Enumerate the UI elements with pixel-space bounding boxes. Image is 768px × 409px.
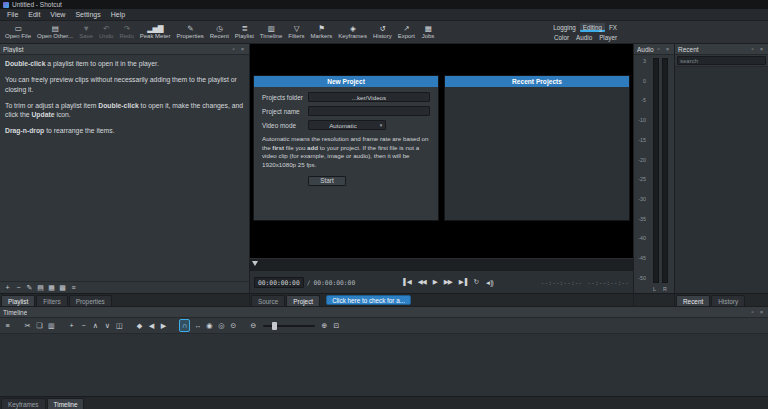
prev-marker-button[interactable]: ◀ — [147, 319, 156, 332]
selected-duration-field[interactable]: --:--:--:-- — [587, 279, 629, 286]
filters-button[interactable]: ▽ Filters — [285, 22, 307, 43]
start-button[interactable]: Start — [308, 176, 346, 186]
zoom-out-button[interactable]: ⊖ — [249, 319, 258, 332]
loop-button[interactable]: ↻ — [473, 278, 477, 286]
volume-button[interactable]: ◄)) — [485, 279, 493, 286]
tab-filters[interactable]: Filters — [36, 295, 67, 306]
timeline-close-icon[interactable]: × — [758, 308, 765, 316]
recent-button[interactable]: ◷ Recent — [207, 22, 232, 43]
split-button[interactable]: ◫ — [115, 319, 124, 332]
tab-timeline[interactable]: Timeline — [47, 398, 85, 409]
meter-scale: 3 0 -5 -10 -15 -20 -25 -30 -35 -40 -45 -… — [635, 57, 648, 293]
cut-button[interactable]: ✂ — [23, 319, 32, 332]
tab-playlist[interactable]: Playlist — [1, 295, 35, 306]
video-mode-label: Video mode — [262, 122, 308, 129]
scale-tick: -35 — [638, 216, 646, 222]
view-details-button[interactable]: ▤ — [36, 283, 45, 293]
ripple-toggle[interactable]: ◉ — [205, 319, 214, 332]
play-backwards-button[interactable]: ◀◀ — [418, 278, 426, 286]
zoom-fit-button[interactable]: ⊡ — [332, 319, 341, 332]
layout-fx-button[interactable]: FX — [606, 23, 620, 32]
timeline-button[interactable]: ▥ Timeline — [257, 22, 285, 43]
markers-label: Markers — [311, 33, 333, 40]
copy-button[interactable]: ❏ — [35, 319, 44, 332]
properties-button[interactable]: ✎ Properties — [173, 22, 206, 43]
playhead-marker[interactable] — [252, 261, 258, 266]
undo-button[interactable]: ↶ Undo — [96, 22, 116, 43]
audio-float-icon[interactable]: ▫ — [655, 45, 662, 53]
scrub-while-dragging-toggle[interactable]: ↔ — [193, 319, 202, 332]
append-button[interactable]: + — [67, 319, 76, 332]
timeline-tracks-area[interactable] — [0, 334, 768, 396]
check-upgrade-button[interactable]: Click here to check for a... — [326, 295, 411, 305]
export-button[interactable]: ↗ Export — [395, 22, 418, 43]
view-tiles-button[interactable]: ▦ — [47, 283, 56, 293]
tab-properties[interactable]: Properties — [69, 295, 112, 306]
paste-button[interactable]: ▥ — [47, 319, 56, 332]
menu-file[interactable]: File — [2, 10, 23, 19]
zoom-in-button[interactable]: ⊕ — [320, 319, 329, 332]
playlist-update-button[interactable]: ✎ — [25, 283, 34, 293]
marker-button[interactable]: ◆ — [135, 319, 144, 332]
layout-color-button[interactable]: Color — [551, 33, 572, 42]
history-button[interactable]: ↺ History — [370, 22, 395, 43]
jobs-button[interactable]: ▦ Jobs — [418, 22, 438, 43]
layout-editing-button[interactable]: Editing — [580, 23, 605, 32]
markers-button[interactable]: ⚑ Markers — [308, 22, 336, 43]
audio-close-icon[interactable]: × — [664, 45, 671, 53]
tab-project[interactable]: Project — [286, 295, 320, 306]
lift-button[interactable]: ∧ — [91, 319, 100, 332]
tab-source[interactable]: Source — [251, 295, 285, 306]
video-mode-select[interactable]: Automatic ▼ — [308, 120, 386, 130]
timeline-menu-button[interactable]: ≡ — [3, 319, 12, 332]
ripple-delete-button[interactable]: − — [79, 319, 88, 332]
layout-logging-button[interactable]: Logging — [550, 23, 578, 32]
layout-audio-button[interactable]: Audio — [573, 33, 595, 42]
redo-button[interactable]: ↷ Redo — [116, 22, 136, 43]
recent-search-input[interactable] — [677, 56, 766, 65]
play-forwards-button[interactable]: ▶▶ — [444, 278, 452, 286]
open-file-button[interactable]: ▭ Open File — [2, 22, 34, 43]
timecode-separator: / — [307, 279, 311, 286]
tab-history[interactable]: History — [711, 295, 745, 306]
tab-keyframes[interactable]: Keyframes — [1, 398, 46, 409]
recent-projects-list[interactable] — [445, 87, 629, 220]
layout-player-button[interactable]: Player — [596, 33, 620, 42]
keyframes-button[interactable]: ◈ Keyframes — [335, 22, 370, 43]
playlist-menu-button[interactable]: ≡ — [69, 283, 78, 293]
ripple-markers-toggle[interactable]: ⊙ — [229, 319, 238, 332]
projects-folder-button[interactable]: ...ker/Videos — [308, 92, 430, 102]
menu-view[interactable]: View — [45, 10, 70, 19]
ripple-all-tracks-toggle[interactable]: ◎ — [217, 319, 226, 332]
timeline-float-icon[interactable]: ▫ — [749, 308, 756, 316]
filters-icon: ▽ — [294, 24, 299, 33]
save-button[interactable]: ▼ Save — [76, 22, 96, 43]
recent-float-icon[interactable]: ▫ — [749, 45, 756, 53]
zoom-slider-track[interactable] — [263, 325, 315, 327]
overwrite-button[interactable]: ∨ — [103, 319, 112, 332]
open-other-button[interactable]: ▤ Open Other... — [34, 22, 76, 43]
view-icons-button[interactable]: ▩ — [58, 283, 67, 293]
playlist-close-icon[interactable]: × — [239, 45, 246, 53]
peak-meter-button[interactable]: ▂▅▇ Peak Meter — [137, 22, 174, 43]
playlist-add-button[interactable]: + — [3, 283, 12, 293]
next-marker-button[interactable]: ▶ — [159, 319, 168, 332]
menu-edit[interactable]: Edit — [23, 10, 45, 19]
skip-to-start-button[interactable]: ▌◀ — [403, 278, 411, 286]
snap-toggle[interactable]: ∩ — [179, 319, 190, 332]
in-point-field[interactable]: --:--:--:-- — [541, 279, 583, 286]
tab-recent[interactable]: Recent — [676, 295, 710, 306]
position-timecode[interactable]: 00:00:00:00 — [254, 277, 304, 288]
menu-help[interactable]: Help — [106, 10, 130, 19]
playlist-button[interactable]: ≣ Playlist — [232, 22, 257, 43]
playlist-float-icon[interactable]: ▫ — [230, 45, 237, 53]
recent-close-icon[interactable]: × — [758, 45, 765, 53]
zoom-slider[interactable] — [263, 321, 315, 331]
playlist-remove-button[interactable]: − — [14, 283, 23, 293]
project-name-input[interactable] — [308, 106, 430, 116]
skip-to-end-button[interactable]: ▶▐ — [459, 278, 467, 286]
seek-bar[interactable] — [250, 258, 633, 270]
play-button[interactable]: ▶ — [433, 278, 437, 286]
menu-settings[interactable]: Settings — [70, 10, 105, 19]
zoom-slider-handle[interactable] — [272, 322, 277, 330]
